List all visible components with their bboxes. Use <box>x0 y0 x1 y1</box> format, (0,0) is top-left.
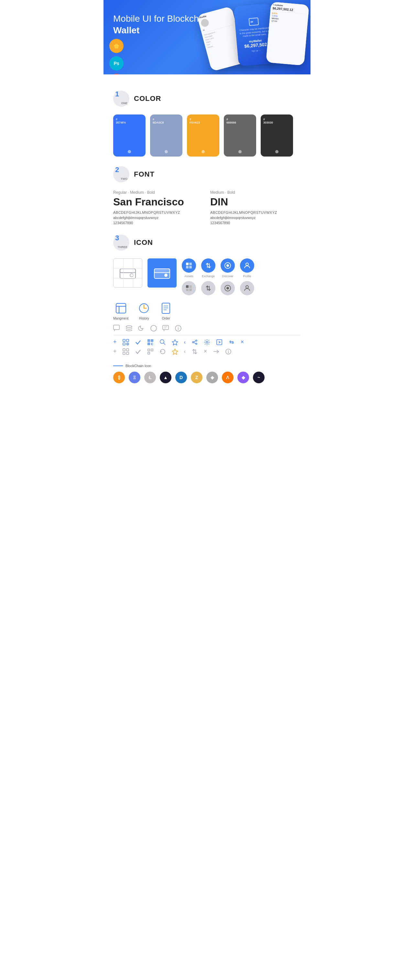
bottom-spacer <box>113 383 301 390</box>
font-uppercase: ABCDEFGHIJKLMNOPQRSTUVWXYZ <box>113 210 204 215</box>
font-name: DIN <box>210 196 301 208</box>
svg-rect-2 <box>249 18 258 25</box>
nav-icons-blue-row: Assets Exchange Discover Profile <box>182 258 254 278</box>
arrow-right-gray-icon <box>213 348 219 355</box>
svg-rect-36 <box>163 325 169 329</box>
color-swatch-3574FA: #3574FA <box>113 115 145 156</box>
color-section-badge: 1 ONE <box>113 91 129 107</box>
svg-point-79 <box>228 350 229 351</box>
color-swatch-F5A623: #F5A623 <box>187 115 219 156</box>
share-icon <box>191 339 198 345</box>
svg-rect-28 <box>162 303 170 313</box>
nav-icon-gray-exchange <box>201 281 215 295</box>
ps-label: Ps <box>113 61 119 66</box>
icon-row-1: Assets Exchange Discover Profile <box>113 258 301 295</box>
svg-point-61 <box>196 340 197 341</box>
color-title: COLOR <box>134 94 161 103</box>
svg-marker-60 <box>172 340 178 345</box>
nav-icons-gray-row <box>182 281 254 295</box>
font-number: 2 <box>115 165 119 174</box>
screens-badge: 60+ Screens <box>109 74 124 75</box>
phone-mockup-2: Character may be manifested in the great… <box>234 3 276 66</box>
svg-rect-8 <box>154 269 170 273</box>
color-dot <box>202 150 205 153</box>
nav-icon-label-discover: Discover <box>222 275 233 278</box>
gear-icon <box>204 339 210 345</box>
color-swatch-303030: #303030 <box>261 115 293 156</box>
crypto-icon-blackcoin: ▲ <box>160 372 171 383</box>
crypto-icon-dash: D <box>175 372 187 383</box>
crypto-icon-world: ◈ <box>206 372 218 383</box>
svg-point-62 <box>193 342 194 343</box>
svg-rect-68 <box>123 348 125 351</box>
mgmt-icon-label-mangment: Mangment <box>113 317 128 320</box>
mgmt-icon-mangment: Mangment <box>113 302 128 320</box>
plus-icon: + <box>113 339 117 345</box>
svg-rect-70 <box>123 352 125 355</box>
svg-rect-24 <box>116 303 126 313</box>
svg-rect-3 <box>250 21 253 23</box>
check-icon <box>135 339 141 345</box>
color-dot <box>128 150 131 153</box>
crypto-icon-zcash: Z <box>191 372 202 383</box>
svg-point-22 <box>226 287 229 290</box>
crypto-icon-bancor: ~ <box>253 372 264 383</box>
wallet-filled-icon <box>154 266 170 280</box>
mgmt-icon-label-order: Order <box>162 317 170 320</box>
font-numbers: 1234567890 <box>113 221 204 225</box>
back-gray-icon: ‹ <box>184 348 186 355</box>
nav-icon-gray-assets <box>182 281 196 295</box>
color-swatch-8DA0C8: #8DA0C8 <box>150 115 182 156</box>
font-name: San Francisco <box>113 196 204 208</box>
nav-icon-label-assets: Assets <box>184 275 193 278</box>
swap-icon <box>228 339 235 345</box>
nav-icon-discover: Discover <box>221 258 235 278</box>
speech-bubble-icon <box>162 325 169 332</box>
color-section-header: 1 ONE COLOR <box>113 91 301 107</box>
svg-rect-69 <box>126 348 129 351</box>
color-dot <box>165 150 168 153</box>
wallet-icon-filled-box <box>148 258 177 288</box>
action-icons-blue-row: + ‹ × <box>113 339 301 345</box>
divider-1 <box>113 335 301 336</box>
font-title: FONT <box>134 170 154 178</box>
svg-rect-74 <box>148 352 150 354</box>
svg-point-9 <box>164 274 167 277</box>
color-dot <box>275 150 279 153</box>
close-icon: × <box>240 339 244 345</box>
svg-rect-73 <box>151 349 153 351</box>
info-gray-icon <box>225 348 232 355</box>
layers-icon <box>126 325 132 332</box>
font-lowercase: abcdefghijklmnopqrstuvwxyz <box>210 216 301 220</box>
spacer <box>113 357 301 364</box>
icon-number: 3 <box>115 234 119 242</box>
font-lowercase: abcdefghijklmnopqrstuvwxyz <box>113 216 204 220</box>
icon-section-header: 3 THREE ICON <box>113 234 301 251</box>
svg-rect-45 <box>123 343 125 345</box>
blockchain-label-row: BlockChain Icon <box>113 364 301 368</box>
font-style-label: Regular · Medium · Bold <box>113 190 204 195</box>
small-icons-row-1 <box>113 325 301 332</box>
svg-rect-71 <box>126 352 129 355</box>
font-block-din: Medium · Bold DIN ABCDEFGHIJKLMNOPQRSTUV… <box>210 190 301 225</box>
search-icon <box>159 339 166 345</box>
icon-title: ICON <box>134 239 153 247</box>
svg-rect-10 <box>186 262 189 265</box>
action-icons-gray-row: + ‹ × <box>113 348 301 355</box>
svg-rect-52 <box>148 340 149 341</box>
color-swatches-container: #3574FA#8DA0C8#F5A623#666666#303030 <box>113 115 301 156</box>
svg-marker-75 <box>172 349 178 355</box>
crypto-icon-gem: ◆ <box>237 372 249 383</box>
svg-point-16 <box>246 263 248 266</box>
color-hex-label: #F5A623 <box>189 118 200 124</box>
qr-gray-icon <box>147 348 154 355</box>
svg-line-59 <box>163 343 165 345</box>
arrows-gray-icon <box>191 348 198 355</box>
nav-icon-profile: Profile <box>240 258 254 278</box>
crypto-icon-bitcoin: ₿ <box>113 372 125 383</box>
grid-edit-gray-icon <box>123 348 129 355</box>
crypto-icon-litecoin: Ł <box>144 372 156 383</box>
grid-edit-icon <box>123 339 129 345</box>
svg-point-15 <box>226 264 229 267</box>
svg-rect-13 <box>189 266 192 269</box>
